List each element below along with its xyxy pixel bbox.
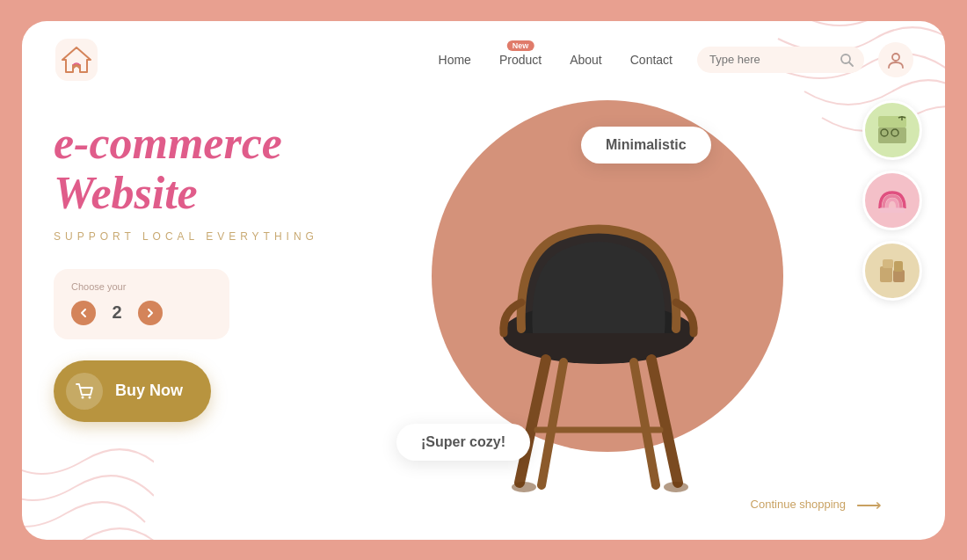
thumb-kitchen[interactable] — [862, 100, 922, 160]
arrow-icon: ⟶ — [856, 494, 882, 515]
svg-point-5 — [89, 396, 91, 398]
left-content: e-commerce Website SUPPORT LOCAL EVERYTH… — [54, 91, 388, 422]
nav-badge-new: New — [507, 40, 534, 51]
nav-about[interactable]: About — [570, 53, 602, 67]
search-bar — [697, 47, 864, 73]
tag-minimalistic: Minimalistic — [581, 127, 711, 164]
cart-icon — [66, 373, 103, 410]
svg-rect-23 — [894, 261, 903, 272]
svg-point-4 — [82, 396, 84, 398]
thumb-boxes[interactable] — [862, 241, 922, 301]
nav-product[interactable]: New Product — [499, 53, 542, 67]
search-button[interactable] — [840, 53, 854, 67]
chooser-controls: 2 — [71, 301, 212, 325]
search-input[interactable] — [709, 53, 832, 66]
decrement-button[interactable] — [71, 301, 96, 325]
svg-line-2 — [849, 62, 853, 66]
svg-point-3 — [892, 54, 899, 61]
chooser-value: 2 — [108, 302, 126, 323]
svg-rect-22 — [883, 259, 893, 268]
svg-rect-20 — [880, 266, 892, 282]
chooser-box: Choose your 2 — [54, 269, 229, 339]
main-content: e-commerce Website SUPPORT LOCAL EVERYTH… — [22, 83, 945, 531]
thumb-rainbow[interactable] — [862, 171, 922, 230]
svg-rect-19 — [880, 207, 905, 213]
buy-now-button[interactable]: Buy Now — [54, 360, 211, 422]
svg-point-12 — [512, 482, 536, 492]
nav-home[interactable]: Home — [439, 53, 471, 67]
tag-cozy: ¡Super cozy! — [396, 424, 530, 461]
chooser-label: Choose your — [71, 281, 212, 292]
header: Home New Product About Contact — [22, 21, 945, 83]
svg-point-13 — [664, 482, 688, 492]
logo-area — [54, 37, 99, 83]
logo-icon — [54, 37, 99, 83]
thumbnail-column — [862, 100, 922, 301]
increment-button[interactable] — [138, 301, 163, 325]
main-card: Home New Product About Contact — [22, 21, 945, 540]
nav: Home New Product About Contact — [439, 53, 673, 67]
hero-subtitle: SUPPORT LOCAL EVERYTHING — [54, 230, 388, 243]
hero-title: e-commerce Website — [54, 118, 388, 218]
svg-rect-21 — [893, 270, 905, 282]
continue-shopping[interactable]: Continue shopping ⟶ — [751, 494, 882, 515]
right-content: Minimalistic ¡Super cozy! — [388, 83, 913, 531]
nav-contact[interactable]: Contact — [630, 53, 673, 67]
user-button[interactable] — [878, 42, 913, 77]
